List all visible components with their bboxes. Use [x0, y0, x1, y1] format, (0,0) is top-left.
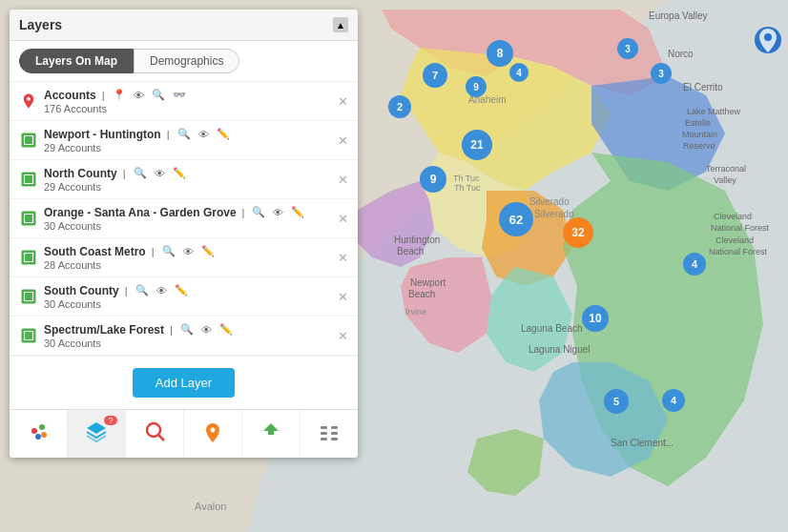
map-pin-2[interactable]: 2: [388, 95, 411, 118]
route-arrow-icon: [259, 421, 282, 447]
layer-eye-icon[interactable]: 👁: [132, 89, 146, 102]
layer-count-newport: 29 Accounts: [44, 142, 334, 153]
layer-location-icon[interactable]: 📍: [111, 88, 128, 102]
map-pin-10[interactable]: 10: [582, 305, 609, 332]
map-pin-3a[interactable]: 3: [617, 38, 638, 59]
svg-text:Europa Valley: Europa Valley: [649, 10, 708, 21]
layer-edit-icon-6[interactable]: 👁: [155, 284, 169, 297]
map-pin-9b[interactable]: 9: [420, 166, 446, 193]
map-pin-4a[interactable]: 4: [509, 63, 529, 82]
layers-list: Accounts | 📍 👁 🔍 👓 176 Accounts ✕ Newpor…: [10, 82, 358, 356]
layer-filter-icon[interactable]: 🔍: [150, 88, 167, 102]
layer-eye-icon-3[interactable]: 🔍: [132, 166, 149, 180]
layer-count-south-county: 30 Accounts: [44, 298, 334, 310]
layer-eye-icon-7[interactable]: 🔍: [178, 322, 196, 337]
layer-content-newport: Newport - Huntington | 🔍 👁 ✏️ 29 Account…: [44, 127, 334, 153]
svg-line-42: [159, 436, 165, 441]
toolbar-menu-button[interactable]: [301, 410, 358, 458]
map-pin-8[interactable]: 8: [487, 40, 513, 67]
map-pin-62[interactable]: 62: [499, 202, 533, 236]
layer-icon-south-coast: [19, 248, 38, 267]
layer-icon-north-county: [19, 170, 38, 189]
layer-name-newport: Newport - Huntington: [44, 128, 161, 141]
layer-eye-icon-4[interactable]: 🔍: [250, 205, 267, 219]
layer-visible-icon[interactable]: 👓: [171, 88, 188, 102]
toolbar-location-button[interactable]: [184, 410, 242, 458]
layer-search-icon-5[interactable]: |: [150, 245, 156, 258]
svg-text:Beach: Beach: [408, 289, 435, 299]
layer-eye-icon-6[interactable]: 🔍: [134, 283, 151, 297]
layer-close-orange[interactable]: ✕: [338, 212, 348, 226]
map-pin-3b[interactable]: 3: [651, 63, 672, 84]
svg-rect-44: [321, 432, 327, 435]
layer-pencil-icon-6[interactable]: ✏️: [173, 283, 190, 297]
svg-text:Norco: Norco: [668, 49, 694, 59]
svg-text:Laguna Niguel: Laguna Niguel: [529, 344, 591, 355]
layer-search-icon-6[interactable]: |: [123, 284, 130, 297]
layer-pencil-icon-5[interactable]: ✏️: [199, 244, 217, 258]
layer-close-north-county[interactable]: ✕: [338, 173, 348, 187]
svg-text:Th Tuc: Th Tuc: [453, 174, 480, 183]
svg-rect-34: [22, 251, 36, 265]
add-layer-button[interactable]: Add Layer: [133, 368, 235, 398]
layer-edit-icon-4[interactable]: 👁: [271, 206, 285, 219]
map-pin-5[interactable]: 5: [604, 389, 629, 414]
svg-text:Estelle: Estelle: [685, 118, 711, 128]
layer-item-newport: Newport - Huntington | 🔍 👁 ✏️ 29 Account…: [10, 121, 358, 160]
map-pin-7[interactable]: 7: [423, 63, 447, 88]
layer-search-icon-7[interactable]: |: [168, 323, 175, 337]
layer-search-icon[interactable]: |: [100, 89, 107, 102]
layer-close-accounts[interactable]: ✕: [338, 94, 348, 109]
svg-text:Cleveland: Cleveland: [714, 212, 752, 221]
svg-text:Th Tuc: Th Tuc: [454, 183, 481, 193]
layer-edit-icon-2[interactable]: 👁: [197, 128, 211, 141]
layer-pencil-icon-7[interactable]: ✏️: [218, 322, 235, 337]
layer-edit-icon-3[interactable]: 👁: [153, 167, 167, 180]
toolbar-map-icon[interactable]: [10, 410, 68, 458]
tab-layers-on-map[interactable]: Layers On Map: [19, 49, 134, 73]
panel-header: Layers ▲: [10, 10, 358, 41]
toolbar-search-button[interactable]: [126, 410, 184, 458]
layer-close-south-coast[interactable]: ✕: [338, 251, 348, 265]
svg-rect-32: [22, 173, 36, 187]
layer-count-accounts: 176 Accounts: [44, 103, 334, 114]
svg-rect-46: [331, 426, 338, 429]
toolbar-layers-button[interactable]: ?: [68, 410, 126, 458]
tab-demographics[interactable]: Demographics: [134, 49, 239, 73]
svg-rect-36: [22, 329, 36, 343]
layer-close-spectrum[interactable]: ✕: [338, 329, 348, 343]
layer-content-north-county: North County | 🔍 👁 ✏️ 29 Accounts: [44, 166, 334, 193]
layer-eye-icon-5[interactable]: 🔍: [160, 244, 177, 258]
panel-title: Layers: [19, 17, 62, 32]
svg-rect-47: [331, 432, 338, 435]
layer-name-spectrum: Spectrum/Lake Forest: [44, 323, 164, 337]
toolbar-route-button[interactable]: [242, 410, 301, 458]
layer-count-south-coast: 28 Accounts: [44, 259, 334, 271]
layer-close-south-county[interactable]: ✕: [338, 290, 348, 304]
svg-point-40: [41, 432, 47, 438]
layer-item-south-county: South County | 🔍 👁 ✏️ 30 Accounts ✕: [10, 277, 358, 317]
layer-pencil-icon-4[interactable]: ✏️: [289, 205, 306, 219]
map-pin-32[interactable]: 32: [563, 217, 593, 248]
layer-icon-orange: [19, 209, 38, 228]
svg-text:Silverado: Silverado: [529, 196, 570, 207]
svg-text:Mountain: Mountain: [682, 130, 717, 139]
layer-close-newport[interactable]: ✕: [338, 133, 348, 148]
layer-count-north-county: 29 Accounts: [44, 181, 334, 193]
layer-name-orange: Orange - Santa Ana - Garden Grove: [44, 206, 237, 219]
map-pin-4c[interactable]: 4: [662, 389, 685, 412]
layer-eye-icon-2[interactable]: 🔍: [176, 127, 193, 141]
layer-pencil-icon-3[interactable]: ✏️: [171, 166, 188, 180]
layer-search-icon-4[interactable]: |: [240, 206, 247, 219]
layer-edit-icon-5[interactable]: 👁: [181, 245, 196, 258]
layer-pencil-icon-2[interactable]: ✏️: [215, 127, 232, 141]
layer-search-icon-2[interactable]: |: [165, 128, 172, 141]
layer-name-north-county: North County: [44, 167, 117, 180]
layer-search-icon-3[interactable]: |: [121, 167, 128, 180]
layer-edit-icon-7[interactable]: 👁: [199, 323, 214, 337]
panel-scroll-up[interactable]: ▲: [333, 17, 348, 32]
svg-text:Laguna Beach: Laguna Beach: [521, 323, 583, 334]
map-pin-21[interactable]: 21: [462, 130, 492, 160]
map-pin-9a[interactable]: 9: [466, 76, 487, 97]
map-pin-4b[interactable]: 4: [683, 253, 706, 276]
